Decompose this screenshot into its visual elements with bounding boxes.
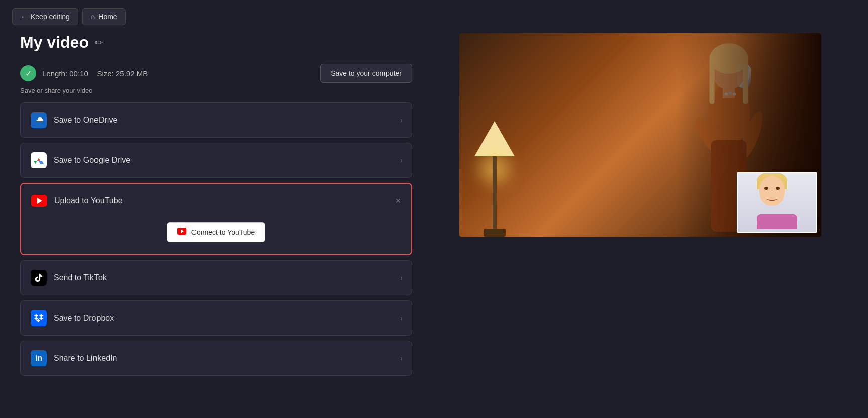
video-background — [459, 33, 821, 237]
tiktok-label: Send to TikTok — [54, 273, 402, 282]
top-bar: ← Keep editing ⌂ Home — [0, 0, 868, 33]
pip-background — [738, 173, 816, 232]
main-content: My video ✏ ✓ Length: 00:10 Size: 25.92 M… — [0, 33, 868, 393]
tiktok-icon — [31, 270, 47, 286]
video-info-row: ✓ Length: 00:10 Size: 25.92 MB Save to y… — [20, 64, 412, 83]
dropbox-option[interactable]: Save to Dropbox › — [20, 300, 412, 336]
pip-head-container — [759, 176, 795, 216]
linkedin-text-icon: in — [35, 354, 42, 363]
share-label: Save or share your video — [20, 87, 412, 94]
keep-editing-button[interactable]: ← Keep editing — [12, 8, 78, 25]
back-arrow-icon: ← — [21, 13, 28, 21]
keep-editing-label: Keep editing — [31, 13, 70, 21]
linkedin-option[interactable]: in Share to LinkedIn › — [20, 341, 412, 376]
googledrive-chevron-icon: › — [400, 156, 403, 164]
linkedin-icon: in — [31, 350, 47, 366]
pip-person — [757, 176, 797, 229]
lamp-base — [484, 229, 506, 237]
video-preview — [459, 33, 821, 237]
page-title-row: My video ✏ — [20, 33, 412, 52]
pip-body — [757, 214, 797, 229]
pip-mouth — [767, 197, 777, 201]
video-meta: Length: 00:10 Size: 25.92 MB — [42, 69, 148, 78]
pip-head — [759, 176, 785, 206]
edit-title-icon[interactable]: ✏ — [95, 37, 103, 48]
pip-eye-right — [776, 187, 780, 190]
onedrive-chevron-icon: › — [400, 116, 403, 124]
home-button[interactable]: ⌂ Home — [82, 8, 126, 25]
tiktok-chevron-icon: › — [400, 274, 403, 282]
onedrive-option[interactable]: Save to OneDrive › — [20, 102, 412, 138]
linkedin-chevron-icon: › — [400, 354, 403, 362]
page-title: My video — [20, 33, 89, 52]
pip-eye-left — [764, 187, 768, 190]
dropbox-icon — [31, 310, 47, 326]
youtube-connect-area: Connect to YouTube — [31, 216, 401, 242]
lamp-shade — [474, 121, 515, 156]
check-circle-icon: ✓ — [20, 65, 36, 81]
home-label: Home — [98, 13, 117, 21]
connect-youtube-button[interactable]: Connect to YouTube — [167, 222, 265, 242]
googledrive-option[interactable]: Save to Google Drive › — [20, 143, 412, 178]
connect-yt-icon — [177, 228, 186, 237]
connect-youtube-label: Connect to YouTube — [191, 228, 255, 236]
save-to-computer-button[interactable]: Save to your computer — [320, 64, 412, 83]
lamp-decoration — [474, 106, 515, 237]
dropbox-label: Save to Dropbox — [54, 314, 402, 323]
length-label: Length: 00:10 — [42, 69, 88, 78]
onedrive-icon — [31, 112, 47, 128]
video-info-left: ✓ Length: 00:10 Size: 25.92 MB — [20, 65, 148, 81]
youtube-option[interactable]: Upload to YouTube ✕ Connect to YouTube — [20, 183, 412, 255]
linkedin-label: Share to LinkedIn — [54, 354, 402, 363]
home-icon: ⌂ — [91, 13, 95, 21]
tiktok-option[interactable]: Send to TikTok › — [20, 260, 412, 295]
youtube-icon — [31, 193, 47, 209]
googledrive-label: Save to Google Drive — [54, 156, 402, 165]
left-panel: My video ✏ ✓ Length: 00:10 Size: 25.92 M… — [20, 33, 412, 381]
youtube-chevron-icon: ✕ — [395, 197, 401, 205]
youtube-option-header: Upload to YouTube ✕ — [31, 193, 401, 209]
size-label: Size: 25.92 MB — [97, 69, 148, 78]
lamp-pole — [493, 156, 497, 237]
dropbox-chevron-icon: › — [400, 314, 403, 322]
onedrive-label: Save to OneDrive — [54, 116, 402, 125]
pip-preview — [737, 172, 817, 233]
right-panel — [432, 33, 848, 381]
youtube-label: Upload to YouTube — [54, 196, 388, 205]
googledrive-icon — [31, 152, 47, 168]
